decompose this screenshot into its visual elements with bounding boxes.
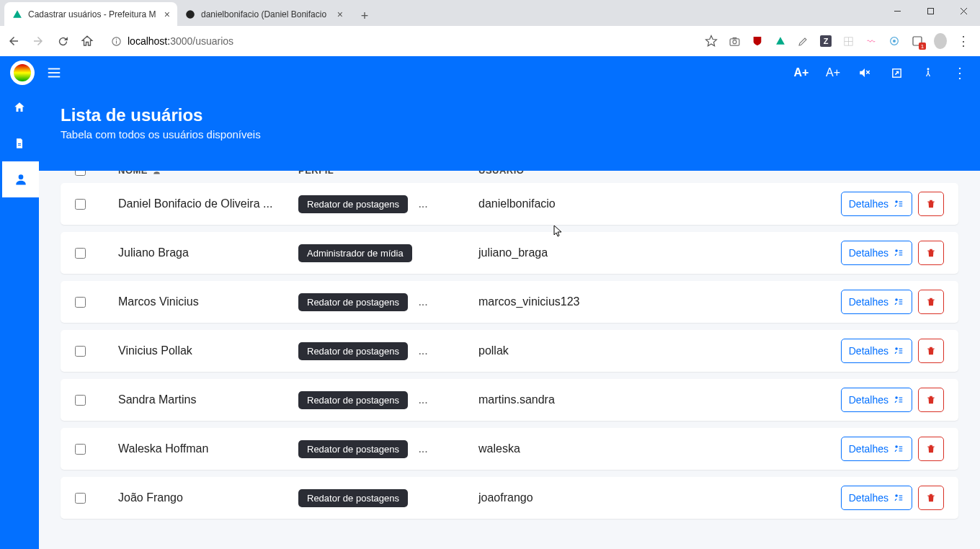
details-button-label: Detalhes (849, 247, 888, 259)
details-button[interactable]: Detalhes (841, 388, 912, 412)
delete-button[interactable] (918, 192, 944, 216)
extension-grid-icon[interactable] (842, 35, 855, 48)
extension-wave-icon[interactable] (865, 35, 878, 48)
ublock-ext-icon[interactable] (751, 35, 764, 48)
details-icon (893, 199, 904, 209)
delete-button[interactable] (918, 290, 944, 314)
more-profiles-icon[interactable]: ... (418, 295, 427, 308)
profile-chip: Redator de postagens (298, 342, 408, 360)
more-profiles-icon[interactable]: ... (418, 344, 427, 357)
details-button[interactable]: Detalhes (841, 437, 912, 461)
window-controls (881, 0, 980, 22)
svg-point-28 (895, 200, 898, 203)
menu-toggle-icon[interactable] (46, 65, 62, 81)
extension-triangle-icon[interactable] (774, 35, 787, 48)
svg-point-19 (18, 174, 23, 179)
profile-chip: Redator de postagens (298, 391, 408, 409)
tab-close-icon[interactable]: × (164, 9, 170, 20)
sidebar-item-home[interactable] (0, 89, 39, 125)
details-button[interactable]: Detalhes (841, 192, 912, 216)
details-icon (893, 395, 904, 405)
row-checkbox[interactable] (75, 297, 86, 308)
details-button[interactable]: Detalhes (841, 339, 912, 363)
browser-tab-active[interactable]: Cadastrar usuários - Prefeitura M × (4, 2, 177, 26)
browser-tab-title: Cadastrar usuários - Prefeitura M (28, 9, 159, 19)
window-maximize-button[interactable] (914, 0, 947, 22)
trash-icon (926, 296, 936, 308)
font-increase-button[interactable]: A+ (823, 66, 843, 79)
delete-button[interactable] (918, 486, 944, 510)
colorpicker-ext-icon[interactable] (797, 35, 810, 48)
details-button[interactable]: Detalhes (841, 241, 912, 265)
details-button-label: Detalhes (849, 394, 888, 406)
window-close-button[interactable] (947, 0, 980, 22)
window-minimize-button[interactable] (881, 0, 914, 22)
bookmark-star-icon[interactable] (705, 35, 718, 48)
details-button[interactable]: Detalhes (841, 290, 912, 314)
row-username: danielbonifacio (478, 197, 556, 210)
row-checkbox[interactable] (75, 395, 86, 406)
svg-point-40 (895, 298, 898, 301)
delete-button[interactable] (918, 339, 944, 363)
browser-back-button[interactable] (6, 33, 22, 49)
accessibility-icon[interactable] (918, 66, 938, 79)
svg-point-9 (733, 40, 736, 43)
browser-reload-button[interactable] (55, 33, 71, 49)
details-button-label: Detalhes (849, 296, 888, 308)
camera-icon[interactable] (728, 35, 741, 48)
trash-icon (926, 198, 936, 210)
table-row: Sandra Martins Redator de postagens ... … (61, 379, 958, 421)
delete-button[interactable] (918, 388, 944, 412)
profile-chip: Administrador de mídia (298, 244, 412, 262)
browser-url-box[interactable]: localhost:3000/usuarios (104, 35, 696, 47)
table-row: Marcos Vinicius Redator de postagens ...… (61, 281, 958, 323)
browser-home-button[interactable] (79, 33, 95, 49)
row-name: Vinicius Pollak (118, 344, 192, 357)
site-info-icon[interactable] (111, 36, 122, 47)
sidebar-item-users[interactable] (0, 161, 39, 197)
browser-toolbar-right: Z ⋮ (705, 33, 974, 49)
svg-rect-39 (930, 249, 932, 251)
extension-circle-icon[interactable] (888, 35, 901, 48)
row-checkbox[interactable] (75, 493, 86, 504)
chrome-profile-avatar[interactable] (934, 35, 947, 48)
more-profiles-icon[interactable]: ... (418, 197, 427, 210)
details-icon (893, 493, 904, 503)
font-increase-bold-button[interactable]: A+ (791, 66, 811, 79)
trash-icon (926, 345, 936, 357)
app-more-icon[interactable]: ⋮ (950, 64, 970, 81)
more-profiles-icon[interactable]: ... (418, 393, 427, 406)
details-button-label: Detalhes (849, 492, 888, 504)
sidebar-item-documents[interactable] (0, 125, 39, 161)
trash-icon (926, 492, 936, 504)
details-button-label: Detalhes (849, 198, 888, 210)
url-path: 3000/usuarios (170, 35, 233, 47)
row-checkbox[interactable] (75, 346, 86, 357)
extension-box-icon[interactable] (911, 35, 924, 48)
delete-button[interactable] (918, 241, 944, 265)
app-logo[interactable] (10, 61, 35, 85)
open-external-icon[interactable] (886, 67, 906, 79)
row-checkbox[interactable] (75, 444, 86, 455)
new-tab-button[interactable]: + (355, 6, 375, 26)
row-checkbox[interactable] (75, 199, 86, 210)
svg-rect-57 (930, 396, 932, 398)
app-container: A+ A+ ⋮ Lista de usuários Tabela com tod… (0, 56, 980, 549)
tab-close-icon[interactable]: × (337, 9, 343, 20)
more-profiles-icon[interactable]: ... (418, 442, 427, 455)
extension-z-icon[interactable]: Z (820, 35, 832, 47)
details-button[interactable]: Detalhes (841, 486, 912, 510)
row-name: Waleska Hoffman (118, 442, 208, 455)
svg-point-34 (895, 249, 898, 252)
browser-menu-icon[interactable]: ⋮ (957, 33, 970, 49)
row-checkbox[interactable] (75, 248, 86, 259)
browser-forward-button[interactable] (30, 33, 46, 49)
main-area: A+ A+ ⋮ Lista de usuários Tabela com tod… (39, 56, 980, 549)
row-username: pollak (478, 344, 509, 357)
mute-icon[interactable] (855, 66, 875, 79)
svg-rect-68 (927, 496, 934, 496)
delete-button[interactable] (918, 437, 944, 461)
svg-rect-33 (930, 200, 932, 202)
browser-tab[interactable]: danielbonifacio (Daniel Bonifacio × (177, 2, 350, 26)
url-host: localhost: (128, 35, 170, 47)
